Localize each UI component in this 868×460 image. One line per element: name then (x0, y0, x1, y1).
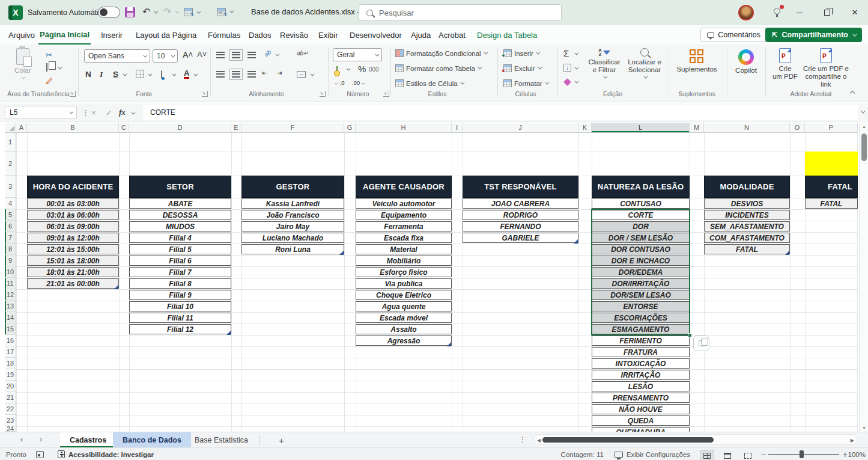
cell-D15[interactable]: Filial 12 (129, 324, 231, 334)
autosum-icon[interactable]: Σ (563, 48, 569, 58)
create-share-pdf-button[interactable]: Crie um PDF ecompartilhe o link (800, 48, 852, 88)
increase-decimal-icon[interactable]: .00→ (352, 79, 366, 86)
format-cells-button[interactable]: Formatar (503, 79, 548, 87)
toolbar-overflow-icon[interactable] (229, 9, 234, 13)
tab-pagina-inicial[interactable]: Página Inicial (38, 25, 91, 44)
cell-B11[interactable]: 21:01 às 00:00h (27, 278, 119, 289)
column-header-F[interactable]: F (241, 123, 344, 133)
italic-button[interactable]: I (100, 70, 103, 79)
cell-D6[interactable]: MIUDOS (129, 221, 231, 232)
cell-L15[interactable]: ESMAGAMENTO (592, 324, 690, 334)
cell-L21[interactable]: PRENSAMENTO (592, 393, 690, 403)
row-header-19[interactable]: 19 (5, 369, 16, 381)
cell-J5[interactable]: RODRIGO (463, 210, 578, 220)
sort-filter-button[interactable]: AZ Classificar e Filtrar (586, 48, 623, 79)
cell-B6[interactable]: 06:01 às 09:00h (27, 221, 119, 232)
merge-chevron-icon[interactable] (310, 72, 314, 76)
fx-chevron-icon[interactable] (131, 111, 135, 115)
close-button[interactable]: × (842, 0, 868, 25)
align-right-icon[interactable] (247, 71, 256, 78)
row-header-2[interactable]: 2 (5, 152, 16, 176)
autosave-toggle[interactable] (98, 7, 120, 18)
cell-H8[interactable]: Material (356, 244, 452, 254)
cell-L23[interactable]: QUEDA (592, 416, 690, 426)
increase-indent-icon[interactable]: ⇥ (276, 69, 282, 77)
row-header-16[interactable]: 16 (5, 335, 16, 346)
cell-F6[interactable]: Jairo May (241, 221, 344, 232)
tab-desenvolvedor[interactable]: Desenvolvedor (348, 25, 403, 44)
autosum-chevron-icon[interactable] (574, 51, 578, 55)
cell-D5[interactable]: DESOSSA (129, 210, 231, 220)
accounting-chevron-icon[interactable] (346, 67, 350, 71)
minimize-button[interactable]: ─ (786, 0, 813, 25)
fill-down-icon[interactable]: ↓ (563, 64, 571, 72)
table-header-B[interactable]: HORA DO ACIDENTE (27, 176, 119, 198)
cell-L22[interactable]: NÃO HOUVE (592, 404, 690, 414)
column-header-C[interactable]: C (119, 123, 129, 133)
row-header-5[interactable]: 5 (5, 209, 16, 221)
cell-J4[interactable]: JOAO CABRERA (463, 198, 578, 209)
column-header-E[interactable]: E (231, 123, 241, 133)
cell-styles-button[interactable]: Estilos de Célula (395, 79, 463, 87)
find-select-button[interactable]: Localizar e Selecionar (625, 48, 664, 79)
cell-H5[interactable]: Equipamento (356, 210, 452, 220)
redo-button[interactable]: ↷ (163, 6, 171, 17)
row-header-3[interactable]: 3 (5, 176, 16, 198)
cell-L10[interactable]: DOR/EDEMA (592, 267, 690, 277)
tab-design-da-tabela[interactable]: Design da Tabela (476, 25, 538, 44)
zoom-slider-thumb[interactable] (800, 450, 804, 458)
cell-P4[interactable]: FATAL (805, 198, 858, 209)
cell-N7[interactable]: COM_AFASTAMENTO (704, 233, 790, 243)
tab-arquivo[interactable]: Arquivo (7, 25, 36, 44)
wrap-text-icon[interactable]: ab↵ (297, 50, 309, 57)
horizontal-scrollbar[interactable]: ◀ ▶ (533, 434, 858, 445)
zoom-slider[interactable] (768, 454, 839, 455)
sheet-tab-base-estatistica[interactable]: Base Estatistica (185, 432, 258, 448)
decrease-decimal-icon[interactable]: ←.0 (334, 79, 344, 86)
table-resize-handle-B[interactable] (114, 285, 118, 289)
cell-H9[interactable]: Mobiliário (356, 256, 452, 266)
ideas-lightbulb-icon[interactable] (774, 8, 780, 14)
copy-chevron-icon[interactable] (58, 66, 62, 70)
cell-H14[interactable]: Escada móvel (356, 313, 452, 323)
tab-overflow-icon[interactable]: ⋮ (519, 435, 526, 444)
zoom-in-button[interactable]: + (843, 448, 848, 460)
table-header-J[interactable]: TST RESPONÁVEL (463, 176, 578, 198)
cell-F4[interactable]: Kassia Lanfredi (241, 198, 344, 209)
table-header-N[interactable]: MODALIDADE (704, 176, 790, 198)
borders-icon[interactable] (136, 70, 144, 78)
view-page-layout-button[interactable] (720, 449, 735, 460)
cell-H15[interactable]: Assalto (356, 324, 452, 334)
cell-F7[interactable]: Luciano Machado (241, 233, 344, 243)
number-format-select[interactable]: Geral (333, 48, 382, 61)
cell-L6[interactable]: DOR (592, 221, 690, 232)
insert-function-icon[interactable]: fx (119, 106, 126, 119)
row-header-20[interactable]: 20 (5, 381, 16, 392)
row-header-6[interactable]: 6 (5, 221, 16, 232)
row-header-15[interactable]: 15 (5, 324, 16, 335)
cell-H13[interactable]: Agua quente (356, 301, 452, 311)
scroll-left-icon[interactable]: ◀ (537, 438, 541, 443)
column-header-G[interactable]: G (344, 123, 356, 133)
orientation-chevron-icon[interactable] (275, 52, 279, 57)
tab-inserir[interactable]: Inserir (100, 25, 124, 44)
confirm-entry-icon[interactable]: ✓ (106, 106, 112, 119)
row-header-22[interactable]: 22 (5, 403, 16, 415)
copilot-button[interactable]: Copilot (730, 49, 762, 75)
tab-acrobat[interactable]: Acrobat (437, 25, 467, 44)
cell-L17[interactable]: FRATURA (592, 347, 690, 357)
cut-button[interactable]: ✂ (46, 51, 52, 60)
percent-style-icon[interactable]: % (358, 64, 366, 74)
excel-logo-icon[interactable]: X (8, 5, 23, 20)
cell-D11[interactable]: Filial 8 (129, 278, 231, 289)
cell-L20[interactable]: LESÃO (592, 381, 690, 391)
fill-color-chevron-icon[interactable] (172, 72, 176, 76)
cell-B10[interactable]: 18:01 às 21:00h (27, 267, 119, 277)
tab-ajuda[interactable]: Ajuda (410, 25, 432, 44)
row-header-13[interactable]: 13 (5, 301, 16, 312)
add-sheet-button[interactable]: + (269, 432, 294, 448)
format-as-table-button[interactable]: Formatar como Tabela (395, 64, 481, 72)
cell-H10[interactable]: Esforço fisico (356, 267, 452, 277)
table-resize-handle-J[interactable] (574, 239, 578, 244)
borders-chevron-icon[interactable] (148, 72, 152, 76)
